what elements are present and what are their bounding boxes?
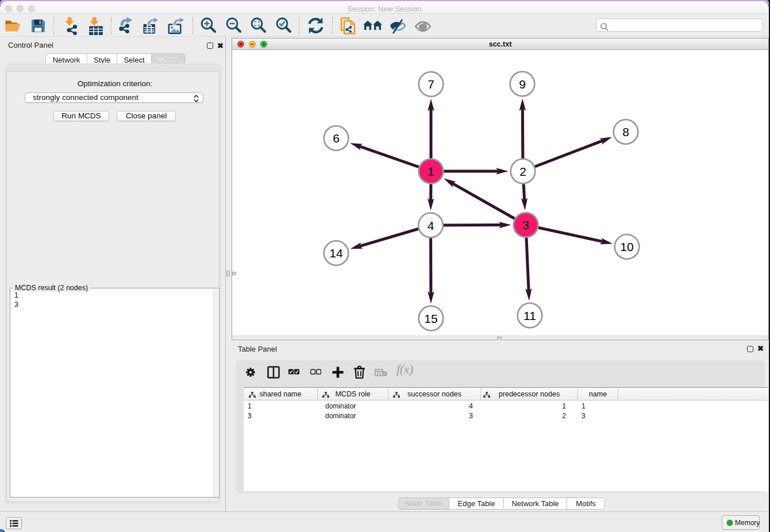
svg-text:3: 3	[522, 218, 529, 232]
svg-text:9: 9	[519, 78, 526, 91]
svg-text:14: 14	[329, 246, 343, 260]
svg-text:15: 15	[424, 312, 437, 325]
svg-text:11: 11	[523, 309, 536, 322]
svg-text:4: 4	[428, 219, 434, 232]
svg-text:1: 1	[428, 165, 434, 178]
svg-text:2: 2	[519, 165, 526, 178]
svg-text:8: 8	[622, 125, 629, 138]
svg-text:10: 10	[620, 240, 633, 253]
svg-text:6: 6	[333, 132, 340, 145]
svg-text:7: 7	[428, 78, 434, 91]
